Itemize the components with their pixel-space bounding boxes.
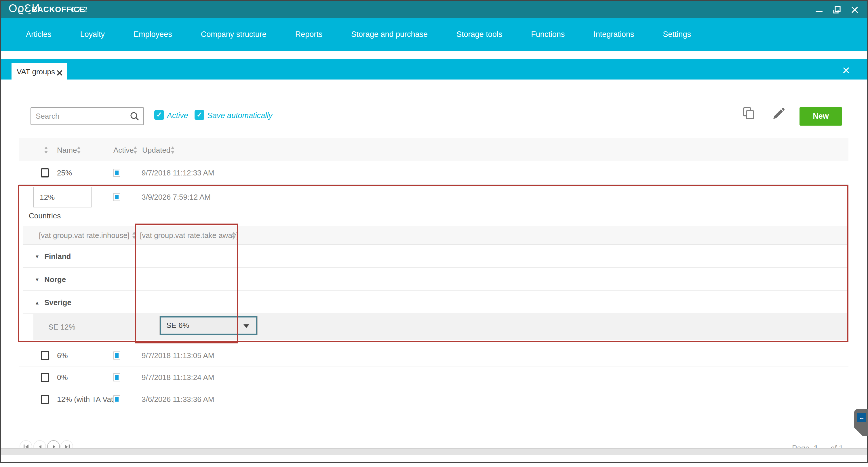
updated-value: 3/6/2026 11:33:36 AM: [142, 395, 214, 403]
app-window: OϱƐИ ™ BACKOFFICE 6.7.2 Articles Loyalty…: [0, 0, 868, 463]
row-checkbox[interactable]: [41, 373, 49, 382]
active-indicator: [114, 169, 120, 177]
dropdown-selected-value: SE 6%: [166, 321, 189, 329]
active-indicator: [114, 395, 120, 403]
country-name: Sverige: [44, 298, 71, 307]
sverige-detail-row: SE 12% SE 6%: [23, 314, 848, 340]
nav-item-integrations[interactable]: Integrations: [593, 30, 634, 38]
nav-item-articles[interactable]: Articles: [26, 30, 52, 38]
column-updated[interactable]: Updated: [142, 146, 170, 154]
chevron-down-icon: [244, 324, 249, 328]
nav-item-settings[interactable]: Settings: [663, 30, 691, 38]
minimize-icon[interactable]: [815, 6, 823, 14]
panel-close-icon[interactable]: [843, 66, 849, 72]
vat-name: 6%: [57, 351, 68, 359]
nav-item-storage-and-purchase[interactable]: Storage and purchase: [351, 30, 428, 38]
table-row-selected[interactable]: ✓ 3/9/2026 7:59:12 AM: [19, 185, 848, 209]
country-row-finland[interactable]: ▾ Finland: [23, 245, 848, 268]
inhouse-rate-value: SE 12%: [48, 323, 75, 331]
nav-item-employees[interactable]: Employees: [133, 30, 172, 38]
updated-value: 9/7/2018 11:13:05 AM: [142, 351, 214, 359]
expander-collapsed-icon[interactable]: ▾: [36, 276, 38, 282]
column-active[interactable]: Active: [114, 146, 134, 154]
window-bottom-strip: [1, 448, 867, 455]
sort-active-icon[interactable]: [133, 146, 137, 154]
countries-table-header: [vat group.vat rate.inhouse] [vat group.…: [23, 226, 848, 245]
updated-value: 9/7/2018 11:13:24 AM: [142, 373, 214, 381]
row-checkbox[interactable]: [41, 168, 49, 177]
copy-icon[interactable]: [743, 107, 754, 120]
countries-heading: Countries: [29, 211, 61, 220]
table-header: Name Active Updated: [19, 138, 848, 161]
save-automatically-label: Save automatically: [207, 111, 273, 120]
vat-name-input[interactable]: [33, 187, 92, 207]
table-row[interactable]: 12% (with TA Vat) 3/6/2026 11:33:36 AM: [19, 388, 848, 410]
table-row[interactable]: 0% 9/7/2018 11:13:24 AM: [19, 367, 848, 388]
search-input[interactable]: [36, 108, 128, 124]
vat-name: 12% (with TA Vat): [57, 395, 116, 403]
country-row-sverige[interactable]: ▴ Sverige: [23, 291, 848, 314]
column-takeaway[interactable]: [vat group.vat rate.take away]: [140, 231, 238, 240]
table-row[interactable]: 6% 9/7/2018 11:13:05 AM: [19, 345, 848, 367]
search-icon[interactable]: [130, 112, 139, 123]
expander-expanded-icon[interactable]: ▴: [36, 299, 38, 305]
column-name[interactable]: Name: [57, 146, 77, 154]
row-checkbox[interactable]: [41, 395, 49, 404]
active-indicator: [114, 193, 120, 201]
takeaway-rate-dropdown[interactable]: SE 6%: [160, 316, 257, 335]
active-indicator: [114, 351, 120, 359]
active-indicator: [114, 373, 120, 381]
tab-strip: VAT groups: [1, 59, 867, 80]
nav-item-company-structure[interactable]: Company structure: [201, 30, 267, 38]
trademark-symbol: ™: [28, 12, 31, 16]
sort-takeaway-icon[interactable]: [232, 232, 236, 239]
country-name: Finland: [44, 252, 71, 260]
main-nav: Articles Loyalty Employees Company struc…: [1, 18, 867, 51]
double-arrow-icon: ↔: [857, 413, 866, 422]
updated-value: 3/9/2026 7:59:12 AM: [142, 193, 211, 201]
save-automatically-checkbox[interactable]: ✓: [194, 110, 204, 120]
vat-name: 0%: [57, 373, 68, 381]
edit-pencil-icon[interactable]: [772, 107, 784, 120]
sort-select-icon[interactable]: [44, 146, 48, 154]
vat-name: 25%: [57, 169, 72, 177]
column-inhouse[interactable]: [vat group.vat rate.inhouse]: [23, 231, 129, 240]
country-row-norge[interactable]: ▾ Norge: [23, 268, 848, 291]
search-box: [31, 107, 144, 125]
table-row[interactable]: 25% 9/7/2018 11:12:33 AM: [19, 161, 848, 185]
sort-updated-icon[interactable]: [171, 146, 175, 154]
sort-inhouse-icon[interactable]: [132, 232, 136, 239]
restore-icon[interactable]: [833, 6, 841, 14]
version-number: 6.7.2: [71, 5, 88, 14]
nav-item-functions[interactable]: Functions: [531, 30, 565, 38]
tab-title: VAT groups: [17, 67, 55, 76]
nav-item-storage-tools[interactable]: Storage tools: [457, 30, 502, 38]
expander-collapsed-icon[interactable]: ▾: [36, 253, 38, 259]
vat-groups-panel: ✓ Active ✓ Save automatically New Name A…: [1, 80, 867, 455]
tab-vat-groups[interactable]: VAT groups: [11, 63, 67, 80]
nav-item-reports[interactable]: Reports: [295, 30, 322, 38]
tab-close-icon[interactable]: [56, 68, 63, 74]
updated-value: 9/7/2018 11:12:33 AM: [142, 169, 214, 177]
nav-item-loyalty[interactable]: Loyalty: [80, 30, 105, 38]
active-filter-checkbox[interactable]: ✓: [154, 110, 164, 120]
title-bar: OϱƐИ ™ BACKOFFICE 6.7.2: [1, 1, 867, 18]
country-name: Norge: [44, 275, 66, 284]
close-icon[interactable]: [851, 6, 859, 14]
row-checkbox[interactable]: [41, 351, 49, 360]
active-filter-label: Active: [167, 111, 188, 120]
sort-name-icon[interactable]: [77, 146, 81, 154]
new-button[interactable]: New: [800, 107, 842, 126]
